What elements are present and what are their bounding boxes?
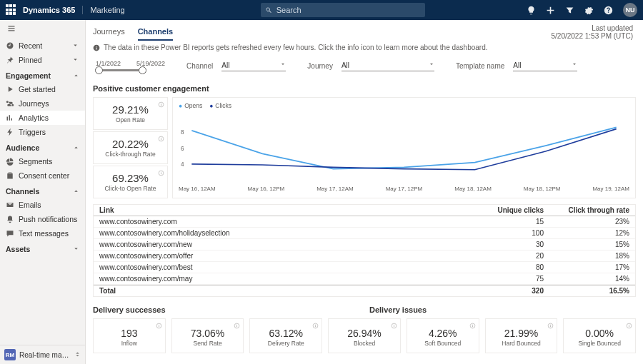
chevron-down-icon — [73, 245, 79, 253]
chevron-up-icon — [73, 143, 79, 152]
metric-soft-bounce: 4.26%Soft Bounced — [407, 318, 479, 353]
metric-hard-bounce: 21.99%Hard Bounced — [485, 318, 558, 353]
sidebar-group-assets[interactable]: Assets — [0, 241, 85, 256]
search-placeholder: Search — [276, 6, 301, 14]
tab-journeys[interactable]: Journeys — [93, 26, 125, 41]
sidebar-item-emails[interactable]: Emails — [0, 198, 85, 212]
table-row[interactable]: www.contosowinery.com/offer2018% — [94, 251, 635, 262]
sidebar-item-pinned[interactable]: Pinned — [0, 53, 85, 67]
search-icon — [265, 6, 273, 14]
template-select[interactable]: All — [513, 60, 577, 71]
info-icon[interactable] — [312, 322, 319, 330]
sidebar-item-push[interactable]: Push notifications — [0, 212, 85, 226]
sidebar-item-segments[interactable]: Segments — [0, 154, 85, 168]
segments-icon — [6, 157, 14, 166]
info-icon[interactable] — [626, 322, 632, 330]
clock-icon — [6, 41, 14, 50]
global-search[interactable]: Search — [261, 3, 425, 17]
info-icon[interactable] — [158, 169, 164, 178]
info-icon[interactable] — [391, 322, 397, 330]
message-icon — [6, 229, 14, 238]
chart-x-axis: May 16, 12AMMay 16, 12PMMay 17, 12AMMay … — [179, 186, 629, 192]
tab-channels[interactable]: Channels — [138, 26, 174, 41]
chevron-down-icon — [429, 61, 434, 67]
sidebar-item-journeys[interactable]: Journeys — [0, 96, 85, 111]
lightbulb-icon[interactable] — [527, 6, 536, 15]
date-range-slider[interactable]: 1/1/20225/19/2022 — [96, 60, 165, 71]
metric-ctr: 20.22%Click-through Rate — [93, 131, 168, 164]
section-engagement-title: Positive customer engagement — [93, 84, 636, 93]
filter-icon[interactable] — [565, 6, 574, 15]
bell-icon — [6, 215, 14, 223]
filter-bar: 1/1/20225/19/2022 Channel All Journey Al… — [93, 57, 636, 80]
info-icon[interactable] — [158, 135, 164, 143]
metric-send-rate: 73.06%Send Rate — [171, 318, 244, 353]
sidebar-item-text[interactable]: Text messages — [0, 226, 85, 241]
engagement-panel: 29.21%Open Rate 20.22%Click-through Rate… — [93, 97, 636, 198]
main-content: Last updated 5/20/2022 1:53 PM (UTC) Jou… — [86, 20, 643, 364]
sidebar-item-consent[interactable]: Consent center — [0, 168, 85, 183]
info-icon[interactable] — [93, 44, 100, 51]
sidebar: Recent Pinned Engagement Get started Jou… — [0, 20, 86, 364]
mail-icon — [6, 201, 14, 209]
path-icon — [6, 99, 14, 108]
plus-icon[interactable] — [546, 6, 555, 15]
brand-label: Dynamics 365 — [23, 6, 75, 14]
sidebar-group-channels[interactable]: Channels — [0, 183, 85, 198]
table-row[interactable]: www.contosowinery.com/holidayselection10… — [94, 228, 635, 239]
chevron-down-icon — [280, 61, 286, 67]
chevron-down-icon — [72, 56, 79, 64]
chevron-updown-icon — [74, 350, 81, 359]
last-updated: Last updated 5/20/2022 1:53 PM (UTC) — [552, 24, 634, 40]
metric-inflow: 193Inflow — [93, 318, 166, 353]
help-icon[interactable] — [604, 6, 613, 15]
sidebar-item-analytics[interactable]: Analytics — [0, 111, 85, 125]
info-icon[interactable] — [469, 322, 476, 330]
table-header: Link Unique clicks Click through rate — [94, 205, 635, 216]
sidebar-group-audience[interactable]: Audience — [0, 139, 85, 154]
table-row[interactable]: www.contosowinery.com1523% — [94, 216, 635, 228]
filter-journey: Journey All — [307, 60, 434, 71]
line-chart-svg: 468 — [179, 111, 629, 186]
play-icon — [6, 85, 14, 93]
journey-select[interactable]: All — [342, 60, 434, 71]
channel-select[interactable]: All — [221, 60, 286, 71]
chevron-up-icon — [73, 187, 79, 196]
table-row[interactable]: www.contosowinery.com/best8017% — [94, 262, 635, 273]
clipboard-icon — [6, 171, 14, 180]
link-table: Link Unique clicks Click through rate ww… — [93, 204, 636, 297]
pin-icon — [6, 56, 14, 64]
metric-single-bounce: 0.00%Single Bounced — [563, 318, 636, 353]
sidebar-group-engagement[interactable]: Engagement — [0, 67, 85, 82]
global-topbar: Dynamics 365 Marketing Search NU — [0, 0, 643, 20]
table-row[interactable]: www.contosowinery.com/may7514% — [94, 273, 635, 285]
sidebar-item-triggers[interactable]: Triggers — [0, 125, 85, 139]
sidebar-item-recent[interactable]: Recent — [0, 39, 85, 53]
metric-delivery-rate: 63.12%Delivery Rate — [249, 318, 322, 353]
info-icon[interactable] — [156, 322, 162, 330]
info-icon[interactable] — [158, 101, 164, 109]
area-switcher[interactable]: RM Real-time marketi... — [0, 345, 85, 364]
table-row[interactable]: www.contosowinery.com/new3015% — [94, 239, 635, 251]
svg-text:4: 4 — [181, 161, 184, 168]
module-label: Marketing — [82, 6, 124, 14]
metric-blocked: 26.94%Blocked — [328, 318, 401, 353]
section-issues-title: Delivery issues — [369, 305, 636, 314]
area-badge: RM — [4, 349, 16, 360]
bolt-icon — [6, 128, 14, 136]
topbar-actions: NU — [527, 3, 637, 17]
info-icon[interactable] — [547, 322, 554, 330]
svg-text:6: 6 — [181, 146, 184, 152]
chart-icon — [6, 113, 14, 122]
svg-text:8: 8 — [181, 129, 184, 136]
table-total: Total 320 16.5% — [94, 285, 635, 296]
metric-cto: 69.23%Click-to Open Rate — [93, 166, 168, 198]
filter-channel: Channel All — [186, 60, 286, 71]
info-icon[interactable] — [234, 322, 240, 330]
app-launcher-icon[interactable] — [6, 4, 17, 16]
user-avatar[interactable]: NU — [623, 3, 637, 17]
hamburger-icon[interactable] — [0, 20, 85, 39]
gear-icon[interactable] — [584, 6, 594, 15]
chart-legend: OpensClicks — [179, 102, 629, 109]
sidebar-item-get-started[interactable]: Get started — [0, 82, 85, 96]
